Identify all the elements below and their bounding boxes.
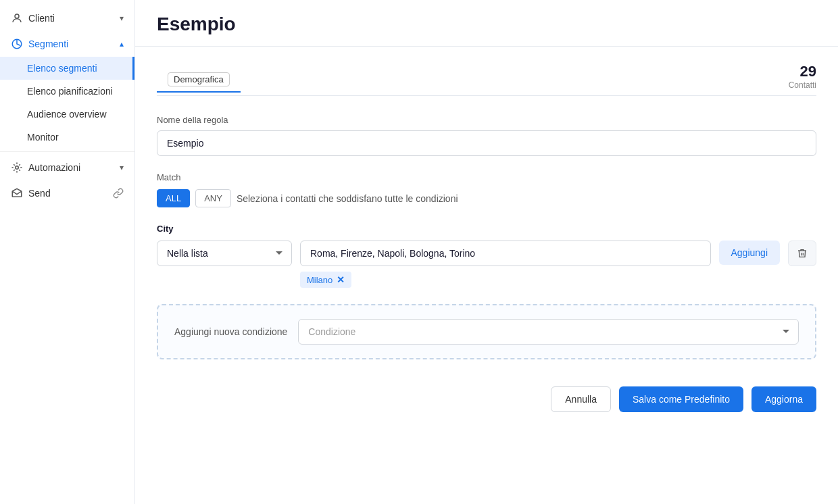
sidebar-sub-item-label: Audience overview xyxy=(27,109,107,120)
rule-name-label: Nome della regola xyxy=(157,115,816,125)
chevron-down-icon: ▾ xyxy=(120,14,124,23)
sidebar-item-clienti-label: Clienti xyxy=(28,13,55,24)
sidebar-sub-item-label: Elenco segmenti xyxy=(27,63,97,74)
condition-values-wrapper: Milano ✕ xyxy=(300,241,711,288)
cancel-button[interactable]: Annulla xyxy=(551,386,611,412)
match-section: Match ALL ANY Seleziona i contatti che s… xyxy=(157,172,816,207)
match-description: Seleziona i contatti che soddisfano tutt… xyxy=(237,193,458,204)
tab-demografica[interactable]: Demografica xyxy=(157,67,241,93)
sidebar-item-elenco-pianificazioni[interactable]: Elenco pianificazioni xyxy=(0,80,134,103)
contact-label: Contatti xyxy=(789,80,816,90)
svg-point-2 xyxy=(16,166,19,170)
sidebar-item-audience-overview[interactable]: Audience overview xyxy=(0,103,134,126)
sidebar-item-send[interactable]: Send xyxy=(0,180,134,206)
content-area: Demografica 29 Contatti Nome della regol… xyxy=(135,47,838,504)
link-icon xyxy=(113,188,124,199)
sidebar-item-elenco-segmenti[interactable]: Elenco segmenti xyxy=(0,57,134,80)
delete-condition-button[interactable] xyxy=(788,241,816,266)
svg-point-0 xyxy=(15,14,19,18)
page-header: Esempio xyxy=(135,0,838,47)
sidebar-item-send-label: Send xyxy=(28,188,51,199)
condition-row: Nella lista Non nella lista È uguale a N… xyxy=(157,241,816,288)
tab-demografica-label: Demografica xyxy=(168,72,230,86)
update-button[interactable]: Aggiorna xyxy=(751,386,816,412)
condition-operator-select[interactable]: Nella lista Non nella lista È uguale a N… xyxy=(157,241,292,266)
sidebar-item-monitor[interactable]: Monitor xyxy=(0,126,134,149)
automazioni-icon xyxy=(11,161,23,174)
tag-milano-close[interactable]: ✕ xyxy=(337,274,345,285)
sidebar-sub-item-label: Monitor xyxy=(27,132,59,143)
person-icon xyxy=(11,12,23,24)
add-condition-select[interactable]: Condizione xyxy=(298,319,799,345)
footer-actions: Annulla Salva come Predefinito Aggiorna xyxy=(157,381,816,412)
add-condition-box: Aggiungi nuova condizione Condizione xyxy=(157,304,816,359)
match-any-button[interactable]: ANY xyxy=(195,189,231,207)
sidebar-item-automazioni[interactable]: Automazioni ▾ xyxy=(0,155,134,180)
sidebar-sub-item-label: Elenco pianificazioni xyxy=(27,86,113,97)
sidebar-item-automazioni-label: Automazioni xyxy=(28,162,80,173)
sidebar: Clienti ▾ Segmenti ▴ Elenco segmenti Ele… xyxy=(0,0,135,504)
save-default-button[interactable]: Salva come Predefinito xyxy=(619,386,743,412)
send-icon xyxy=(11,187,23,199)
tag-milano-label: Milano xyxy=(307,275,332,285)
condition-tags: Milano ✕ xyxy=(300,272,711,288)
contact-count: 29 xyxy=(800,63,816,80)
sidebar-item-clienti[interactable]: Clienti ▾ xyxy=(0,5,134,31)
match-all-button[interactable]: ALL xyxy=(157,189,190,207)
tag-milano: Milano ✕ xyxy=(300,272,351,288)
contacts-summary: 29 Contatti xyxy=(789,63,816,95)
add-condition-label: Aggiungi nuova condizione xyxy=(174,326,287,337)
match-label: Match xyxy=(157,172,816,182)
main-content: Esempio Demografica 29 Contatti Nome del… xyxy=(135,0,838,504)
rule-name-section: Nome della regola xyxy=(157,115,816,156)
match-row: ALL ANY Seleziona i contatti che soddisf… xyxy=(157,189,816,207)
sidebar-item-segmenti[interactable]: Segmenti ▴ xyxy=(0,31,134,57)
condition-values-input[interactable] xyxy=(300,241,711,266)
tab-bar: Demografica 29 Contatti xyxy=(157,63,816,96)
page-title: Esempio xyxy=(157,14,816,35)
city-condition-section: City Nella lista Non nella lista È ugual… xyxy=(157,224,816,288)
condition-label: City xyxy=(157,224,816,234)
chevron-down-icon: ▾ xyxy=(120,163,124,172)
segment-icon xyxy=(11,38,23,50)
add-value-button[interactable]: Aggiungi xyxy=(719,241,781,265)
trash-icon xyxy=(797,248,808,259)
rule-name-input[interactable] xyxy=(157,130,816,156)
chevron-up-icon: ▴ xyxy=(120,39,124,49)
sidebar-item-segmenti-label: Segmenti xyxy=(28,39,68,49)
